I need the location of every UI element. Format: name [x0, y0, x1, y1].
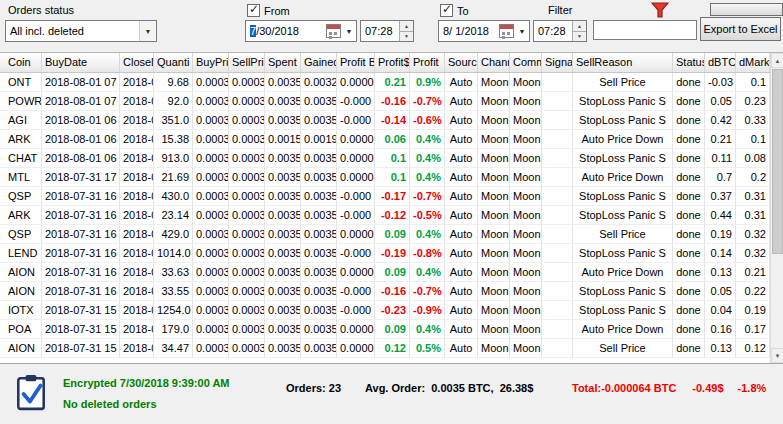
cell-qty: 92.0: [154, 92, 193, 110]
to-checkbox[interactable]: ✓ To: [440, 4, 469, 17]
cell-buyDate: 2018-07-31 15: [42, 320, 120, 338]
cell-sellPrice: 0.0003: [229, 320, 265, 338]
table-row[interactable]: LEND2018-07-31 162018-01014.00.00030.000…: [0, 244, 770, 263]
table-row[interactable]: AION2018-07-31 152018-034.470.00030.0003…: [0, 339, 770, 358]
cell-gained: 0.0035: [301, 149, 337, 167]
cell-coin: AION: [0, 282, 42, 300]
table-row[interactable]: MTL2018-07-31 172018-021.690.00030.00030…: [0, 168, 770, 187]
table-row[interactable]: IOTX2018-07-31 152018-01254.00.00030.000…: [0, 301, 770, 320]
cell-spent: 0.0035: [265, 149, 301, 167]
table-row[interactable]: ARK2018-07-31 162018-023.140.00030.00030…: [0, 206, 770, 225]
cell-channel: MoonS: [478, 339, 510, 357]
column-header-coin[interactable]: Coin: [0, 53, 42, 72]
cell-source: Auto: [445, 320, 478, 338]
cell-source: Auto: [445, 168, 478, 186]
column-header-qty[interactable]: Quanti: [154, 53, 193, 72]
time-spinner[interactable]: ▲ ▼: [399, 21, 413, 41]
column-header-buyDate[interactable]: BuyDate: [42, 53, 120, 72]
cell-profitUsd: 0.09: [375, 225, 410, 243]
scroll-down-icon[interactable]: ▼: [771, 348, 783, 363]
cell-status: done: [673, 168, 705, 186]
cell-sellPrice: 0.0003: [229, 130, 265, 148]
cell-comment: MoonS: [510, 225, 542, 243]
column-header-closeDate[interactable]: CloseD: [120, 53, 154, 72]
calendar-icon[interactable]: [326, 24, 341, 38]
chevron-down-icon[interactable]: ▼: [342, 21, 356, 41]
table-row[interactable]: AION2018-07-31 162018-033.630.00030.0003…: [0, 263, 770, 282]
cell-signal: [542, 206, 573, 224]
column-header-gained[interactable]: Gained: [301, 53, 337, 72]
chevron-down-icon[interactable]: ▼: [515, 21, 529, 41]
spinner-up-icon[interactable]: ▲: [400, 21, 413, 32]
export-excel-button[interactable]: Export to Excel: [700, 17, 781, 41]
cell-channel: MoonS: [478, 111, 510, 129]
table-row[interactable]: ARK2018-08-01 062018-015.380.00030.00030…: [0, 130, 770, 149]
column-header-status[interactable]: Status: [673, 53, 705, 72]
cell-sellReason: StopLoss Panic S: [573, 187, 673, 205]
column-header-profitUsd[interactable]: Profit$: [375, 53, 410, 72]
cell-dMarket: 0.33: [736, 111, 770, 129]
scroll-up-icon[interactable]: ▲: [771, 53, 783, 68]
table-row[interactable]: AGI2018-08-01 062018-0351.00.00030.00030…: [0, 111, 770, 130]
cell-coin: QSP: [0, 187, 42, 205]
table-row[interactable]: QSP2018-07-31 162018-0430.00.00030.00030…: [0, 187, 770, 206]
column-header-signal[interactable]: SignalT: [542, 53, 573, 72]
column-header-sellReason[interactable]: SellReason: [573, 53, 673, 72]
cell-gained: 0.0035: [301, 168, 337, 186]
cell-dMarket: 0.23: [736, 92, 770, 110]
column-header-source[interactable]: Source: [445, 53, 478, 72]
scrollbar-thumb[interactable]: [772, 69, 783, 254]
filter-input[interactable]: [593, 20, 697, 40]
column-header-sellPrice[interactable]: SellPric: [229, 53, 265, 72]
column-header-channel[interactable]: Chann: [478, 53, 510, 72]
cell-profitUsd: -0.17: [375, 187, 410, 205]
to-date-picker[interactable]: 8/ 1/2018 ▼: [438, 20, 530, 42]
cropped-button[interactable]: [710, 3, 783, 16]
cell-spent: 0.0035: [265, 111, 301, 129]
table-row[interactable]: CHAT2018-08-01 062018-0913.00.00030.0003…: [0, 149, 770, 168]
column-header-dMarket[interactable]: dMarke: [736, 53, 770, 72]
from-checkbox[interactable]: ✓ From: [247, 4, 290, 17]
cell-sellPrice: 0.0003: [229, 206, 265, 224]
to-date-value: 8/ 1/2018: [439, 25, 499, 37]
cell-profitPct: 0.4%: [410, 149, 445, 167]
cell-spent: 0.0035: [265, 320, 301, 338]
cell-profitUsd: 0.06: [375, 130, 410, 148]
cell-closeDate: 2018-0: [120, 244, 154, 262]
time-spinner[interactable]: ▲ ▼: [572, 21, 586, 41]
cell-channel: MoonS: [478, 73, 510, 91]
column-header-spent[interactable]: Spent B: [265, 53, 301, 72]
spinner-up-icon[interactable]: ▲: [573, 21, 586, 32]
table-row[interactable]: AION2018-07-31 162018-033.550.00030.0003…: [0, 282, 770, 301]
cell-profitPct: -0.7%: [410, 187, 445, 205]
column-header-dBtc[interactable]: dBTC: [705, 53, 736, 72]
cell-profitB: 0.0000: [337, 130, 375, 148]
total-summary: Total: -0.000064 BTC-0.49$-1.8%: [572, 382, 766, 394]
cell-profitUsd: 0.12: [375, 339, 410, 357]
cell-buyDate: 2018-07-31 16: [42, 206, 120, 224]
checkbox-box[interactable]: ✓: [440, 4, 453, 17]
table-row[interactable]: POWR2018-08-01 072018-092.00.00030.00030…: [0, 92, 770, 111]
column-header-profitB[interactable]: Profit B: [337, 53, 375, 72]
cell-status: done: [673, 92, 705, 110]
orders-status-select[interactable]: All incl. deleted ▼: [5, 20, 157, 42]
calendar-icon[interactable]: [499, 24, 514, 38]
table-row[interactable]: ONT2018-08-01 072018-09.680.00030.00030.…: [0, 73, 770, 92]
cell-gained: 0.0035: [301, 92, 337, 110]
filter-funnel-icon[interactable]: [651, 2, 669, 18]
spinner-down-icon[interactable]: ▼: [400, 32, 413, 42]
column-header-buyPrice[interactable]: BuyPri: [193, 53, 229, 72]
cell-qty: 1014.0: [154, 244, 193, 262]
from-date-picker[interactable]: 7/30/2018 ▼: [245, 20, 357, 42]
cell-dBtc: 0.05: [705, 92, 736, 110]
from-time-picker[interactable]: 07:28 ▲ ▼: [360, 20, 414, 42]
checkbox-box[interactable]: ✓: [247, 4, 260, 17]
spinner-down-icon[interactable]: ▼: [573, 32, 586, 42]
table-row[interactable]: POA2018-07-31 152018-0179.00.00030.00030…: [0, 320, 770, 339]
chevron-down-icon[interactable]: ▼: [139, 21, 156, 41]
column-header-comment[interactable]: Comme: [510, 53, 542, 72]
vertical-scrollbar[interactable]: ▲ ▼: [770, 53, 783, 363]
to-time-picker[interactable]: 07:28 ▲ ▼: [533, 20, 587, 42]
table-row[interactable]: QSP2018-07-31 162018-0429.00.00030.00030…: [0, 225, 770, 244]
column-header-profitPct[interactable]: Profit: [410, 53, 445, 72]
